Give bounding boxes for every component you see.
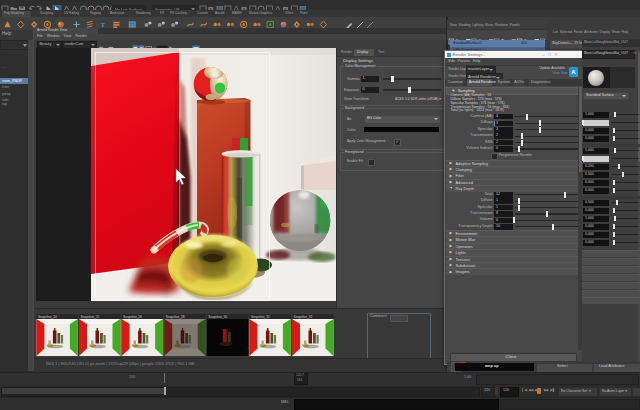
svg-text:Snapshot_32: Snapshot_32 xyxy=(294,315,313,319)
svg-text:Snapshot_24: Snapshot_24 xyxy=(38,315,57,319)
svg-text:Snapshot_31: Snapshot_31 xyxy=(251,315,270,319)
svg-text:Snapshot_25: Snapshot_25 xyxy=(81,315,100,319)
svg-text:Snapshot_30: Snapshot_30 xyxy=(208,315,227,319)
svg-text:Snapshot_28: Snapshot_28 xyxy=(166,315,185,319)
svg-text:Snapshot_26: Snapshot_26 xyxy=(123,315,142,319)
